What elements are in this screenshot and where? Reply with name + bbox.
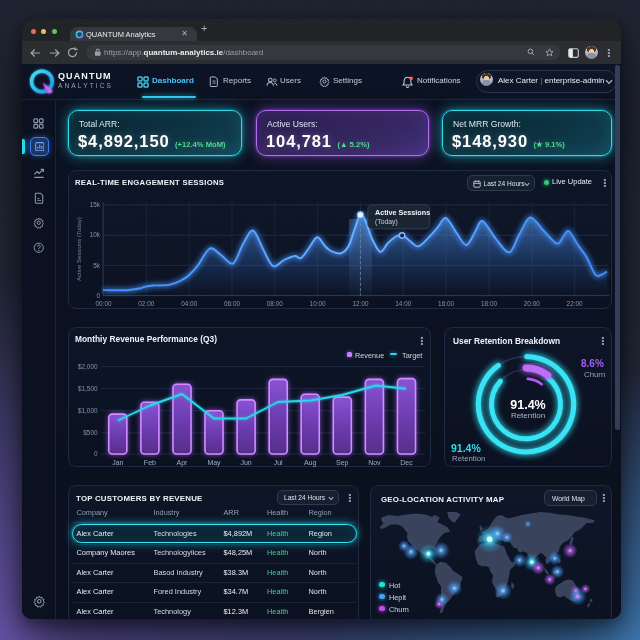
svg-text:20:00: 20:00 xyxy=(524,300,540,307)
svg-text:$1,000: $1,000 xyxy=(78,407,98,414)
svg-text:0: 0 xyxy=(96,292,100,299)
svg-text:Apr: Apr xyxy=(177,459,189,467)
svg-text:08:00: 08:00 xyxy=(267,300,283,307)
svg-text:0: 0 xyxy=(94,450,98,457)
svg-text:$2,000: $2,000 xyxy=(78,363,98,370)
svg-text:22:00: 22:00 xyxy=(567,300,583,307)
svg-text:04:00: 04:00 xyxy=(181,300,197,307)
svg-text:06:00: 06:00 xyxy=(224,300,240,307)
svg-text:May: May xyxy=(207,459,221,467)
svg-text:Sep: Sep xyxy=(336,459,349,467)
svg-text:Aug: Aug xyxy=(304,459,317,467)
svg-text:16:00: 16:00 xyxy=(438,300,454,307)
svg-text:Active Sessions: Active Sessions xyxy=(375,208,430,217)
svg-text:Feb: Feb xyxy=(144,459,156,466)
svg-text:(Today): (Today) xyxy=(375,218,398,226)
svg-text:10:00: 10:00 xyxy=(310,300,326,307)
svg-text:12:00: 12:00 xyxy=(353,300,369,307)
svg-text:Nov: Nov xyxy=(368,459,381,466)
svg-text:Jan: Jan xyxy=(112,459,123,466)
svg-text:10k: 10k xyxy=(90,231,101,238)
svg-text:02:00: 02:00 xyxy=(138,300,154,307)
svg-text:14:00: 14:00 xyxy=(395,300,411,307)
svg-text:Jun: Jun xyxy=(240,459,251,466)
svg-text:Jul: Jul xyxy=(274,459,283,466)
svg-text:15k: 15k xyxy=(90,201,101,208)
svg-text:Dec: Dec xyxy=(400,459,413,466)
svg-text:$500: $500 xyxy=(83,429,98,436)
svg-text:5k: 5k xyxy=(93,262,101,269)
svg-text:$1,500: $1,500 xyxy=(78,385,98,392)
svg-text:00:00: 00:00 xyxy=(96,300,112,307)
svg-text:18:00: 18:00 xyxy=(481,300,497,307)
